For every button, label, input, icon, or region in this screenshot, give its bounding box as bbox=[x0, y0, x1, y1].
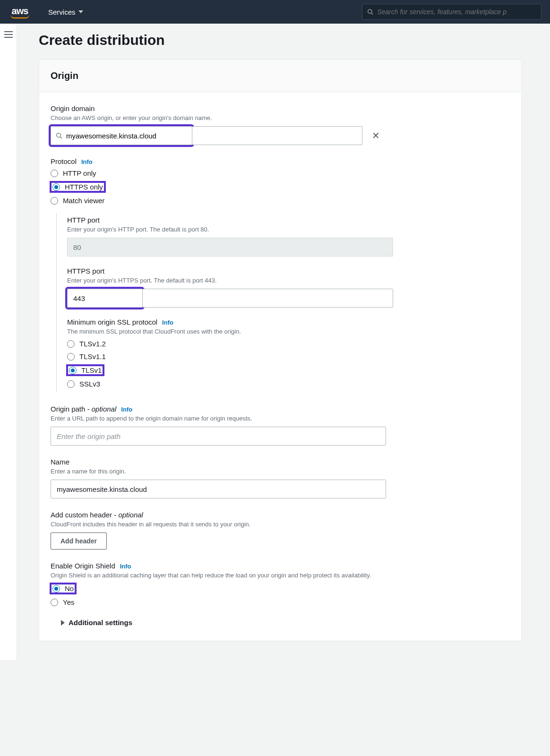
radio-icon bbox=[69, 367, 77, 374]
origin-path-label: Origin path - optional bbox=[51, 405, 118, 413]
origin-name-field: Name Enter a name for this origin. bbox=[51, 458, 510, 498]
http-port-field: HTTP port Enter your origin's HTTP port.… bbox=[67, 216, 510, 257]
radio-icon bbox=[51, 197, 58, 205]
origin-path-info-link[interactable]: Info bbox=[121, 406, 132, 413]
radio-icon bbox=[51, 170, 58, 177]
origin-shield-field: Enable Origin Shield Info Origin Shield … bbox=[51, 562, 510, 606]
origin-domain-input-ext[interactable] bbox=[192, 126, 362, 145]
origin-path-field: Origin path - optional Info Enter a URL … bbox=[51, 405, 510, 446]
protocol-field: Protocol Info HTTP only HTTPS only bbox=[51, 157, 510, 393]
min-ssl-info-link[interactable]: Info bbox=[162, 319, 173, 326]
custom-header-label: Add custom header - optional bbox=[51, 511, 143, 519]
ssl-tls1[interactable]: TLSv1 bbox=[69, 366, 102, 374]
page-title: Create distribution bbox=[39, 32, 522, 48]
radio-icon bbox=[52, 585, 60, 593]
aws-logo[interactable]: aws bbox=[10, 6, 29, 18]
ssl-tls12[interactable]: TLSv1.2 bbox=[67, 340, 510, 348]
origin-domain-input-wrap[interactable] bbox=[51, 126, 192, 145]
origin-name-label: Name bbox=[51, 458, 510, 466]
radio-icon bbox=[51, 599, 58, 606]
origin-domain-label: Origin domain bbox=[51, 104, 510, 112]
origin-name-help: Enter a name for this origin. bbox=[51, 468, 510, 475]
add-header-button[interactable]: Add header bbox=[51, 533, 107, 550]
origin-panel-heading: Origin bbox=[39, 60, 521, 92]
https-port-input[interactable] bbox=[67, 289, 143, 308]
radio-icon bbox=[67, 353, 75, 361]
chevron-right-icon bbox=[61, 620, 65, 626]
http-port-input bbox=[67, 238, 393, 257]
http-port-label: HTTP port bbox=[67, 216, 510, 224]
chevron-down-icon bbox=[78, 10, 83, 13]
ssl-sslv3[interactable]: SSLv3 bbox=[67, 380, 510, 388]
services-menu[interactable]: Services bbox=[48, 8, 83, 16]
origin-domain-help: Choose an AWS origin, or enter your orig… bbox=[51, 114, 510, 121]
radio-icon bbox=[67, 380, 75, 388]
services-label: Services bbox=[48, 8, 76, 16]
origin-domain-field: Origin domain Choose an AWS origin, or e… bbox=[51, 104, 510, 145]
https-port-field: HTTPS port Enter your origin's HTTPS por… bbox=[67, 267, 510, 308]
origin-path-input[interactable] bbox=[51, 427, 386, 446]
origin-path-help: Enter a URL path to append to the origin… bbox=[51, 415, 510, 422]
origin-panel: Origin Origin domain Choose an AWS origi… bbox=[39, 60, 522, 641]
hamburger-icon[interactable] bbox=[4, 31, 13, 660]
protocol-match-viewer[interactable]: Match viewer bbox=[51, 197, 510, 205]
radio-icon bbox=[52, 183, 60, 191]
origin-shield-yes[interactable]: Yes bbox=[51, 598, 510, 606]
origin-name-input[interactable] bbox=[51, 480, 386, 498]
global-search[interactable] bbox=[362, 4, 541, 20]
radio-icon bbox=[67, 340, 75, 348]
https-port-help: Enter your origin's HTTPS port. The defa… bbox=[67, 277, 510, 284]
clear-icon[interactable]: ✕ bbox=[365, 126, 386, 145]
origin-shield-help: Origin Shield is an additional caching l… bbox=[51, 572, 510, 579]
origin-shield-info-link[interactable]: Info bbox=[120, 563, 131, 570]
custom-header-help: CloudFront includes this header in all r… bbox=[51, 521, 510, 528]
additional-settings-toggle[interactable]: Additional settings bbox=[61, 619, 510, 627]
https-port-input-ext[interactable] bbox=[143, 289, 393, 308]
search-icon bbox=[56, 132, 62, 139]
origin-shield-no[interactable]: No bbox=[52, 584, 74, 593]
custom-header-field: Add custom header - optional CloudFront … bbox=[51, 511, 510, 550]
search-icon bbox=[367, 9, 373, 15]
origin-domain-input[interactable] bbox=[66, 132, 187, 140]
http-port-help: Enter your origin's HTTP port. The defau… bbox=[67, 226, 510, 233]
protocol-info-link[interactable]: Info bbox=[81, 158, 93, 165]
min-ssl-help: The minimum SSL protocol that CloudFront… bbox=[67, 328, 510, 335]
protocol-https-only[interactable]: HTTPS only bbox=[52, 183, 103, 191]
ssl-tls11[interactable]: TLSv1.1 bbox=[67, 352, 510, 361]
main-content: Create distribution Origin Origin domain… bbox=[17, 24, 550, 660]
min-ssl-label: Minimum origin SSL protocol bbox=[67, 318, 157, 326]
additional-settings-label: Additional settings bbox=[69, 619, 132, 627]
min-ssl-field: Minimum origin SSL protocol Info The min… bbox=[67, 318, 510, 388]
protocol-label: Protocol bbox=[51, 157, 77, 165]
top-nav: aws Services bbox=[0, 0, 550, 24]
global-search-input[interactable] bbox=[377, 8, 536, 16]
sidebar-collapsed bbox=[0, 24, 17, 660]
https-port-label: HTTPS port bbox=[67, 267, 510, 275]
protocol-http-only[interactable]: HTTP only bbox=[51, 169, 510, 177]
origin-shield-label: Enable Origin Shield bbox=[51, 562, 115, 570]
